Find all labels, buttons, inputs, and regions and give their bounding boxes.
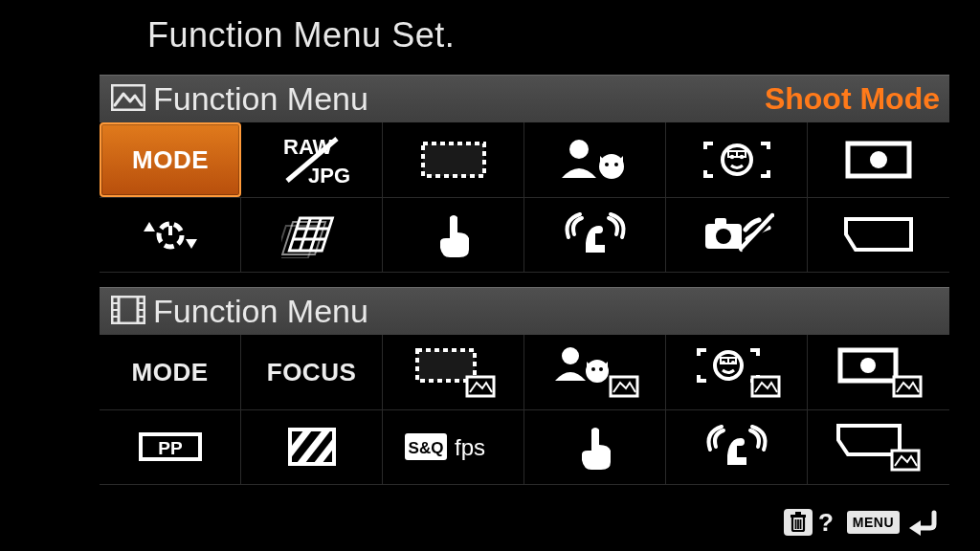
svg-rect-4 xyxy=(423,143,484,176)
fn-photo-raw-jpg[interactable]: RAW JPG xyxy=(241,122,383,197)
zebra-icon xyxy=(284,424,340,470)
footer-menu-back[interactable]: MENU xyxy=(847,507,942,538)
page-title: Function Menu Set. xyxy=(147,15,455,55)
svg-point-31 xyxy=(716,229,731,244)
fn-photo-aps-c[interactable] xyxy=(383,122,524,197)
empty-slot-movie-icon xyxy=(833,420,924,474)
empty-slot-icon xyxy=(840,213,917,255)
section-header-movie: Function Menu xyxy=(100,287,949,335)
fn-movie-mode[interactable]: MODE xyxy=(100,335,241,409)
photo-mode-icon xyxy=(111,84,145,115)
svg-point-10 xyxy=(614,163,618,166)
fn-photo-metering[interactable] xyxy=(808,122,949,197)
fn-photo-empty[interactable] xyxy=(808,197,949,272)
section-title-1: Function Menu xyxy=(153,80,368,118)
section-title-2: Function Menu xyxy=(153,293,368,330)
svg-rect-76 xyxy=(791,515,806,518)
divider xyxy=(100,484,949,485)
svg-point-53 xyxy=(715,352,742,379)
svg-text:S&Q: S&Q xyxy=(408,439,443,457)
fn-photo-touch[interactable] xyxy=(383,197,524,272)
fn-photo-face-registration[interactable] xyxy=(666,122,808,197)
svg-point-51 xyxy=(599,367,603,371)
aps-c-frame-icon xyxy=(415,136,492,184)
fn-photo-interval[interactable] xyxy=(100,197,241,272)
metering-icon xyxy=(840,136,917,184)
fn-movie-subject-detect[interactable] xyxy=(524,335,666,409)
help-question-mark: ? xyxy=(818,508,834,538)
menu-badge: MENU xyxy=(847,511,900,534)
metering-movie-icon xyxy=(831,344,926,400)
footer-bar: ? MENU xyxy=(782,507,942,538)
svg-point-47 xyxy=(586,360,609,383)
svg-point-46 xyxy=(562,347,579,364)
fn-photo-px-shift[interactable] xyxy=(241,197,383,272)
back-arrow-icon xyxy=(903,507,942,538)
fn-label-mode: MODE xyxy=(132,358,209,387)
picture-profile-icon: PP xyxy=(133,427,208,467)
fn-photo-steadyshot[interactable] xyxy=(524,197,666,272)
fn-photo-mode[interactable]: MODE xyxy=(100,122,241,197)
divider xyxy=(100,409,949,410)
touch-icon xyxy=(431,209,477,259)
fn-movie-picture-profile[interactable]: PP xyxy=(100,409,241,484)
person-animal-movie-icon xyxy=(547,344,643,400)
steadyshot-icon xyxy=(557,210,634,258)
steadyshot-icon xyxy=(699,423,775,471)
fn-movie-aps-c[interactable] xyxy=(383,335,524,409)
svg-rect-30 xyxy=(715,218,726,226)
movie-mode-icon xyxy=(111,296,145,328)
fn-movie-zebra[interactable] xyxy=(241,409,383,484)
svg-rect-77 xyxy=(795,512,801,515)
fn-movie-metering[interactable] xyxy=(808,335,949,409)
svg-point-6 xyxy=(599,154,624,179)
fn-movie-focus[interactable]: FOCUS xyxy=(241,335,383,409)
fn-movie-steadyshot[interactable] xyxy=(666,409,808,484)
section-header-photo: Function Menu Shoot Mode xyxy=(100,75,949,122)
fn-movie-sq-fps[interactable]: S&Q fps xyxy=(383,409,524,484)
svg-marker-34 xyxy=(846,219,911,250)
face-bracket-icon xyxy=(698,136,776,184)
person-animal-icon xyxy=(554,136,636,184)
svg-marker-20 xyxy=(144,222,155,231)
sq-fps-icon: S&Q fps xyxy=(401,428,506,466)
fn-photo-silent[interactable] xyxy=(666,197,808,272)
svg-point-9 xyxy=(605,163,609,166)
interval-timer-icon xyxy=(142,209,199,260)
face-bracket-movie-icon xyxy=(689,344,785,400)
svg-point-60 xyxy=(860,358,876,373)
fn-label-mode: MODE xyxy=(132,145,209,175)
svg-marker-72 xyxy=(838,426,900,454)
aps-c-frame-movie-icon xyxy=(408,344,500,400)
svg-line-25 xyxy=(300,218,310,251)
divider xyxy=(100,197,949,198)
footer-delete-help[interactable]: ? xyxy=(782,507,834,538)
svg-point-50 xyxy=(591,367,595,371)
svg-point-17 xyxy=(870,151,887,168)
svg-text:JPG: JPG xyxy=(308,164,350,187)
raw-jpg-icon: RAW JPG xyxy=(266,133,358,187)
pixel-shift-icon xyxy=(281,210,343,258)
current-selection-label: Shoot Mode xyxy=(765,81,940,117)
fn-photo-subject-detect[interactable] xyxy=(524,122,666,197)
fn-movie-touch[interactable] xyxy=(524,409,666,484)
divider xyxy=(100,272,949,273)
touch-icon xyxy=(572,422,618,472)
trash-icon xyxy=(782,507,814,538)
svg-text:fps: fps xyxy=(455,434,485,460)
silent-shooting-icon xyxy=(700,210,774,258)
fn-movie-face-registration[interactable] xyxy=(666,335,808,409)
svg-point-11 xyxy=(723,145,751,174)
svg-marker-81 xyxy=(909,520,921,536)
fn-label-focus: FOCUS xyxy=(267,358,357,387)
svg-text:PP: PP xyxy=(158,438,183,458)
svg-point-5 xyxy=(569,140,589,159)
svg-marker-21 xyxy=(186,239,197,249)
svg-line-33 xyxy=(744,218,774,251)
fn-movie-empty[interactable] xyxy=(808,409,949,484)
